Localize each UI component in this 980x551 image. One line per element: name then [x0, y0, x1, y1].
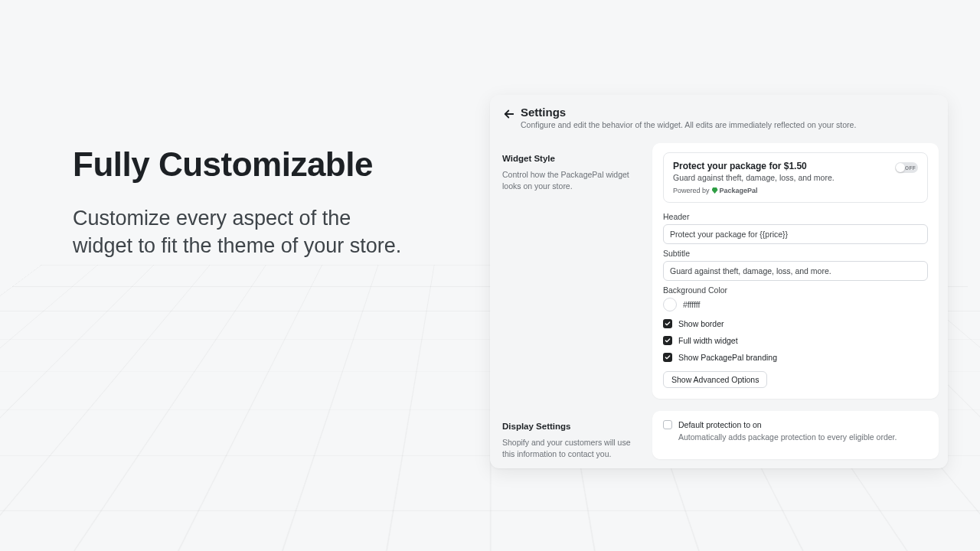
bg-color-value: #ffffff — [683, 300, 700, 309]
section-desc-display-settings: Shopify and your customers will use this… — [502, 437, 639, 459]
back-arrow-icon[interactable] — [502, 107, 516, 121]
display-settings-card: Default protection to on Automatically a… — [652, 411, 939, 459]
show-branding-label: Show PackagePal branding — [678, 353, 777, 362]
page-subtitle: Configure and edit the behavior of the w… — [521, 120, 936, 129]
bg-color-label: Background Color — [663, 285, 928, 295]
show-advanced-button[interactable]: Show Advanced Options — [663, 371, 767, 388]
header-field-label: Header — [663, 212, 928, 221]
widget-style-card: Protect your package for $1.50 Guard aga… — [652, 143, 939, 399]
hero-title: Fully Customizable — [73, 145, 410, 184]
widget-style-side: Widget Style Control how the PackagePal … — [499, 143, 645, 399]
subtitle-field-label: Subtitle — [663, 249, 928, 258]
preview-toggle[interactable]: OFF — [895, 162, 918, 173]
full-width-label: Full width widget — [678, 336, 738, 345]
show-border-checkbox[interactable] — [663, 319, 672, 328]
preview-branding: Powered by PackagePal — [673, 187, 835, 194]
hero-copy: Fully Customizable Customize every aspec… — [73, 145, 410, 260]
widget-style-row: Widget Style Control how the PackagePal … — [499, 143, 939, 399]
section-desc-widget-style: Control how the PackagePal widget looks … — [502, 169, 639, 191]
toggle-state-label: OFF — [905, 165, 916, 171]
bg-color-swatch[interactable] — [663, 298, 677, 311]
hero-body: Customize every aspect of the widget to … — [73, 205, 410, 260]
show-border-label: Show border — [678, 319, 724, 328]
panel-header: Settings Configure and edit the behavior… — [499, 104, 939, 137]
preview-title: Protect your package for $1.50 — [673, 161, 835, 171]
header-input[interactable] — [663, 224, 928, 244]
section-title-widget-style: Widget Style — [502, 154, 639, 163]
page-title: Settings — [521, 106, 936, 119]
show-branding-checkbox[interactable] — [663, 353, 672, 362]
toggle-knob — [896, 163, 905, 172]
display-settings-row: Display Settings Shopify and your custom… — [499, 411, 939, 459]
section-title-display-settings: Display Settings — [502, 422, 639, 431]
powered-by-label: Powered by — [673, 187, 710, 194]
subtitle-input[interactable] — [663, 261, 928, 281]
preview-subtitle: Guard against theft, damage, loss, and m… — [673, 173, 835, 182]
default-protection-desc: Automatically adds package protection to… — [678, 432, 897, 442]
brand-name: PackagePal — [720, 187, 758, 194]
default-protection-label: Default protection to on — [678, 420, 897, 429]
display-settings-side: Display Settings Shopify and your custom… — [499, 411, 645, 459]
default-protection-checkbox[interactable] — [663, 420, 672, 429]
full-width-checkbox[interactable] — [663, 336, 672, 345]
packagepal-icon — [712, 187, 718, 194]
widget-preview: Protect your package for $1.50 Guard aga… — [663, 152, 928, 203]
settings-panel: Settings Configure and edit the behavior… — [490, 95, 948, 468]
